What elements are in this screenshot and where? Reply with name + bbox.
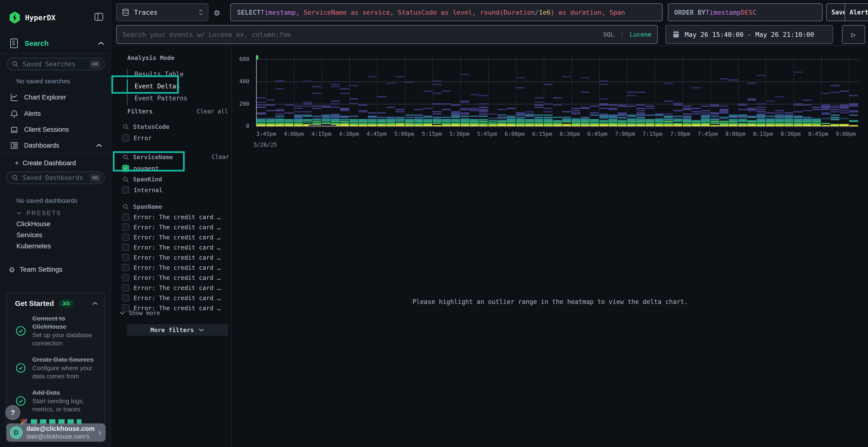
filter-option[interactable]: Internal — [122, 185, 162, 195]
search-icon[interactable] — [123, 176, 129, 183]
checklist-item-desc: Start sending logs, metrics, or traces — [32, 398, 84, 413]
checklist-item[interactable]: Create Data Sources Configure where your… — [6, 355, 105, 380]
mode-results-table[interactable]: Results Table — [127, 68, 214, 80]
sidebar-item-chart-explorer[interactable]: Chart Explorer — [0, 90, 111, 105]
checkbox[interactable] — [122, 274, 129, 281]
checkbox[interactable] — [122, 213, 129, 220]
preset-services[interactable]: Services — [17, 231, 42, 239]
chevron-up-icon[interactable] — [92, 302, 98, 305]
checkbox[interactable] — [122, 134, 129, 142]
filter-option[interactable]: Error — [122, 133, 152, 143]
filter-option[interactable]: Error: The credit card … — [122, 242, 221, 252]
preset-kubernetes[interactable]: Kubernetes — [17, 242, 51, 250]
sidebar-item-search[interactable]: Search — [9, 36, 105, 50]
chart-explorer-icon — [10, 93, 19, 102]
y-tick: 400 — [229, 78, 249, 84]
filter-option[interactable]: Error: The credit card … — [122, 252, 221, 263]
search-results-icon — [9, 38, 19, 49]
sidebar-item-dashboards[interactable]: Dashboards — [0, 138, 111, 153]
filter-group-statuscode: StatusCode — [123, 123, 169, 130]
mode-event-deltas[interactable]: Event Deltas — [127, 80, 214, 93]
saved-dashboards-placeholder: Saved Dashboards — [23, 174, 83, 181]
time-range-picker[interactable]: May 26 15:40:00 - May 26 21:10:00 — [665, 25, 833, 44]
get-started-header[interactable]: Get Started 3/3 — [6, 293, 105, 314]
filter-option-label: payment — [133, 165, 159, 172]
sidebar-collapse-icon[interactable] — [94, 11, 104, 22]
language-lucene-toggle[interactable]: Lucene — [630, 31, 651, 38]
event-search-bar[interactable]: Search your events w/ Lucene ex. column:… — [116, 25, 658, 44]
checkbox[interactable] — [122, 244, 129, 251]
source-select-value: Traces — [134, 9, 158, 16]
filter-group-name: SpanKind — [133, 176, 162, 183]
checklist-item-desc: Configure where your data comes from — [32, 365, 92, 380]
filter-option-label: Error: The credit card … — [133, 284, 221, 291]
x-tick: 5:45pm — [473, 131, 501, 137]
filter-option[interactable]: Error: The credit card … — [122, 293, 221, 303]
x-tick: 7:30pm — [666, 131, 694, 137]
filter-option[interactable]: Error: The credit card … — [122, 222, 221, 232]
checklist-item[interactable]: Connect to ClickHouse Set up your databa… — [6, 314, 105, 347]
y-tick: 200 — [229, 101, 249, 107]
filter-option-label: Error: The credit card … — [133, 274, 221, 281]
more-filters-button[interactable]: More filters — [127, 324, 228, 336]
filter-option[interactable]: Error: The credit card … — [122, 273, 221, 283]
saved-dashboards-input[interactable]: Saved Dashboards ⌘K — [6, 171, 105, 184]
chevron-up-icon[interactable] — [97, 41, 105, 45]
nav-label: Alerts — [24, 110, 41, 117]
filter-option-label: Error: The credit card … — [133, 295, 221, 302]
analysis-mode-title: Analysis Mode — [127, 55, 175, 61]
toggle-divider: | — [620, 31, 624, 38]
checkbox[interactable] — [122, 264, 129, 271]
x-tick: 8:30pm — [777, 131, 804, 137]
preset-clickhouse[interactable]: ClickHouse — [17, 220, 51, 228]
alerts-button[interactable]: Alerts — [845, 3, 868, 21]
source-select[interactable]: Traces — [116, 3, 208, 21]
team-settings-label: Team Settings — [20, 266, 62, 273]
x-axis-line — [256, 126, 858, 127]
user-team: dale@clickhouse.com's — [27, 433, 94, 440]
filter-option[interactable]: Error: The credit card … — [122, 212, 221, 222]
clear-all-button[interactable]: Clear all — [197, 108, 228, 115]
saved-searches-input[interactable]: Saved Searches ⌘K — [6, 58, 105, 70]
calendar-icon — [672, 30, 680, 38]
chevron-up-icon[interactable] — [95, 143, 103, 148]
filter-option[interactable]: ✓ payment — [122, 163, 159, 173]
checkbox[interactable] — [122, 254, 129, 261]
x-tick: 8:00pm — [722, 131, 749, 137]
check-circle-icon — [15, 395, 27, 407]
search-icon[interactable] — [123, 204, 129, 210]
sql-orderby-input[interactable]: ORDER BY Timestamp DESC — [668, 3, 823, 21]
heatmap-canvas[interactable] — [257, 55, 858, 126]
mode-event-patterns[interactable]: Event Patterns — [127, 92, 214, 105]
filter-option[interactable]: Error: The credit card … — [122, 263, 221, 273]
help-button[interactable]: ? — [5, 405, 20, 420]
search-icon[interactable] — [123, 154, 129, 161]
checkbox[interactable] — [122, 186, 129, 194]
clear-servicename-button[interactable]: Clear — [212, 153, 229, 161]
checkbox[interactable] — [122, 234, 129, 241]
sql-select-input[interactable]: SELECT Timestamp, ServiceName as service… — [230, 3, 662, 21]
checkbox[interactable] — [122, 294, 129, 302]
x-axis-ticks: 3:45pm 4:00pm 4:15pm 4:30pm 4:45pm 5:00p… — [252, 131, 860, 137]
get-started-badge: 3/3 — [59, 299, 73, 308]
run-query-button[interactable]: ▷ — [842, 25, 865, 44]
checklist-item[interactable]: Add Data Start sending logs, metrics, or… — [6, 388, 105, 413]
presets-toggle[interactable]: PRESETS — [16, 209, 61, 216]
filter-option[interactable]: Error: The credit card … — [122, 283, 221, 293]
user-account-chip[interactable]: D dale@clickhouse.com dale@clickhouse.co… — [6, 423, 105, 442]
sql-token: / — [535, 9, 539, 16]
search-icon[interactable] — [123, 124, 129, 130]
checkbox[interactable] — [122, 284, 129, 291]
checkbox-checked[interactable]: ✓ — [122, 165, 129, 172]
filter-option[interactable]: Error: The credit card … — [122, 232, 221, 242]
checkbox[interactable] — [122, 224, 129, 231]
sidebar-item-alerts[interactable]: Alerts — [0, 106, 111, 122]
language-sql-toggle[interactable]: SQL — [603, 31, 614, 38]
sidebar-item-client-sessions[interactable]: Client Sessions — [0, 122, 111, 137]
create-dashboard-button[interactable]: + Create Dashboard — [15, 160, 76, 167]
sidebar-item-team-settings[interactable]: ⚙ Team Settings — [9, 265, 62, 274]
chevron-down-icon — [119, 311, 125, 315]
show-more-button[interactable]: Show more — [119, 310, 160, 316]
filter-group-spanname: SpanName — [123, 203, 162, 210]
source-settings-gear-icon[interactable]: ⚙ — [214, 7, 220, 18]
